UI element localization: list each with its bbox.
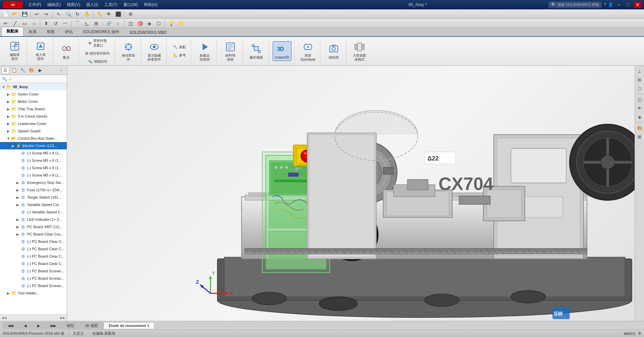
tree-item-emergency-stop[interactable]: ▶ ⚙ Emergency Stop Sw... [0, 179, 67, 186]
view-display[interactable]: 👁 [636, 104, 644, 112]
panel-tab-motion[interactable]: ▶ [36, 67, 44, 74]
display-options[interactable]: ⬛ [114, 10, 122, 18]
tab-3d-view[interactable]: 3D 视图 [80, 322, 103, 329]
expand-pcb-clear[interactable]: ▶ [15, 232, 20, 237]
sweep-btn[interactable]: 〰 [61, 20, 69, 27]
expand-splash[interactable]: ▶ [6, 129, 11, 133]
panel-tab-feature-tree[interactable]: ☰ [1, 67, 9, 74]
expand-fuse[interactable]: ▶ [15, 188, 20, 192]
panel-tab-property[interactable]: 📋 [10, 67, 18, 74]
expand-control[interactable]: ▼ [6, 136, 11, 141]
tree-item-pc-board-clear-3[interactable]: ▶ ⚙ (-) PC Board Clear C... [0, 253, 67, 260]
save-button[interactable]: 💾 [20, 10, 29, 18]
tree-scroll-right[interactable]: ▶▶ [60, 316, 65, 320]
tab-sw-mbd[interactable]: SOLIDWORKS MBD [124, 28, 172, 36]
tree-item-screw1[interactable]: ▶ ⚙ (-) Screw M5 x 8 (1... [0, 149, 67, 157]
menu-file[interactable]: 文件(F) [25, 1, 44, 8]
panel-tab-display[interactable]: 🎨 [28, 67, 36, 74]
view-standard[interactable]: ⊞ [636, 76, 644, 84]
tree-item-pc-board-xmt[interactable]: ▶ ⚙ PC Board XMT-112... [0, 223, 67, 230]
tree-item-screw3[interactable]: ▶ ⚙ (-) Screw M5 x 8 (1... [0, 164, 67, 172]
expand-gears[interactable]: ▶ [6, 92, 11, 96]
panel-tab-config[interactable]: 🔧 [19, 67, 27, 74]
close-button[interactable]: ✕ [634, 2, 641, 8]
btn-smart-fastener[interactable]: 🔩 智能扣件 [86, 58, 110, 65]
tree-item-electric-cover[interactable]: ▶ ⚡ Electric Cover (123... [0, 142, 67, 149]
btn-edit-component[interactable]: 编辑零部件 [5, 39, 24, 63]
menu-help[interactable]: 帮助(H) [141, 1, 160, 8]
tree-item-3in-chuck[interactable]: ▶ 📁 3 in Chuck (stock) [0, 113, 67, 120]
expand-pcb-xmt[interactable]: ▶ [15, 224, 20, 229]
tree-scroll-left[interactable]: ◀◀ [1, 316, 7, 320]
status-settings-icon[interactable]: ⚙ [638, 331, 641, 336]
menu-edit[interactable]: 编辑(E) [45, 1, 63, 8]
open-button[interactable]: 📂 [11, 10, 19, 18]
tree-item-variable-speed-2[interactable]: ▶ ⚙ (-) Variable Speed C... [0, 208, 67, 216]
extrude-btn[interactable]: ⬆ [42, 20, 51, 27]
tab-nav-first[interactable]: ◀◀ [3, 322, 18, 329]
expand-leadscrew[interactable]: ▶ [6, 121, 11, 126]
btn-show-hide[interactable]: 显示隐藏的零部件 [145, 39, 164, 63]
menu-tools[interactable]: 工具(T) [102, 1, 120, 8]
expand-motor[interactable]: ▶ [6, 99, 11, 104]
tree-item-screw4[interactable]: ▶ ⚙ (-) Screw M5 x 8 (1... [0, 172, 67, 179]
minimize-button[interactable]: ─ [615, 2, 623, 8]
sketch-btn[interactable]: ✏ [1, 20, 10, 27]
tree-item-pc-board-clear-2[interactable]: ▶ ⚙ (-) PC Board Clear C... [0, 245, 67, 253]
tree-item-gears-cover[interactable]: ▶ 📁 Gears Cover [0, 90, 67, 98]
tab-assembly[interactable]: 装配体 [1, 27, 23, 36]
settings-button[interactable]: ⚙ [126, 10, 135, 18]
mate-btn[interactable]: 🔗 [104, 20, 113, 27]
tree-item-tool-holder[interactable]: ▶ 📁 Tool Holder... [0, 289, 67, 297]
rotate-tool[interactable]: ↻ [73, 10, 82, 18]
tree-item-splash-guard[interactable]: ▶ 📁 Splash Guard [0, 127, 67, 135]
tree-item-chip-tray[interactable]: ▶ 📁 Chip Tray (base) [0, 105, 67, 113]
measure-tool[interactable]: 📏 [95, 10, 104, 18]
expand-variable[interactable]: ▶ [15, 202, 20, 207]
tree-item-toggle-switch[interactable]: ▶ ⚙ Toogle Switch (181... [0, 194, 67, 201]
tab-nav-prev[interactable]: ◀ [19, 322, 32, 329]
btn-component-preview[interactable]: 👁 零部件预览窗口 [86, 38, 109, 49]
expand-top[interactable]: ▼ [1, 84, 6, 89]
circle-btn[interactable]: ○ [30, 20, 38, 27]
tab-nav-last[interactable]: ▶▶ [46, 322, 61, 329]
view-options[interactable]: 👁 [104, 10, 113, 18]
account-icon[interactable]: 👤 [608, 2, 613, 7]
maximize-button[interactable]: □ [625, 2, 632, 8]
new-button[interactable]: 📄 [1, 10, 10, 18]
select-tool[interactable]: ↖ [54, 10, 63, 18]
expand-tool-holder[interactable]: ▶ [6, 291, 11, 295]
pattern-btn[interactable]: ⊞ [92, 20, 101, 27]
tree-item-led[interactable]: ▶ ⚙ LED Indicator<1> (I... [0, 216, 67, 223]
view-orient-btn[interactable]: 🎯 [136, 20, 144, 27]
3d-viewport[interactable]: Δ22 [67, 66, 644, 321]
section-view-btn[interactable]: ◫ [126, 20, 135, 27]
btn-snapshot[interactable]: 拍快照 [324, 41, 343, 62]
tree-item-pcb-screws-3[interactable]: ▶ ⚙ (-) PC Board Screws... [0, 282, 67, 289]
expand-electric[interactable]: ▶ [11, 143, 15, 148]
help-icon[interactable]: ? [604, 2, 606, 7]
tab-motion-study[interactable]: Etude de mouvement 1 [104, 322, 154, 329]
btn-new-motion[interactable]: 新建运动算例 [195, 39, 214, 63]
move-btn[interactable]: ↕ [114, 20, 122, 27]
redo-button[interactable]: ↪ [42, 10, 51, 18]
tree-item-fuse[interactable]: ▶ ⚙ Fuse (179)<1> (Déf... [0, 186, 67, 194]
btn-bom[interactable]: 材料明细表 [221, 39, 240, 63]
zoom-tool[interactable]: 🔍 [64, 10, 72, 18]
expand-toggle[interactable]: ▶ [15, 195, 20, 200]
btn-large-assembly[interactable]: 大型装配体模式 [350, 39, 369, 63]
btn-linear-pattern[interactable]: ⊞ 线性零件阵列 [83, 50, 112, 57]
undo-button[interactable]: ↩ [33, 10, 41, 18]
expand-chip[interactable]: ▶ [6, 107, 11, 111]
btn-insert-component[interactable]: 插入零部件 [31, 39, 50, 63]
wireframe-btn[interactable]: ⬡ [154, 20, 163, 27]
menu-bar[interactable]: 文件(F) 编辑(E) 视图(V) 插入(I) 工具(T) 窗口(W) 帮助(H… [25, 1, 287, 8]
tab-sketch[interactable]: 草图 [42, 27, 60, 36]
view-section[interactable]: ⊠ [636, 133, 644, 141]
btn-instant3d[interactable]: 3D Instant3D [273, 41, 291, 61]
expand-emergency[interactable]: ▶ [15, 180, 20, 185]
tree-item-pc-board-clear-4[interactable]: ▶ ⚙ (-) PC Board Clear C... [0, 260, 67, 267]
btn-assemble[interactable]: 🔧 装配 [171, 44, 188, 51]
menu-insert[interactable]: 插入(I) [84, 1, 101, 8]
pan-tool[interactable]: ✋ [83, 10, 91, 18]
